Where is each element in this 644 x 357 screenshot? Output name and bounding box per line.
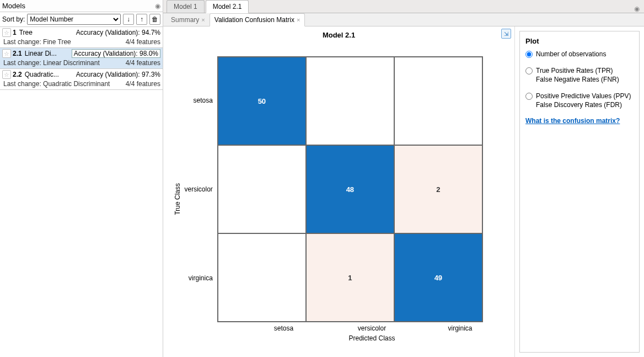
sort-select[interactable]: Model Number: [27, 14, 121, 25]
model-item[interactable]: ☆1TreeAccuracy (Validation): 94.7%Last c…: [0, 27, 163, 48]
col-labels: setosaversicolorvirginica: [240, 324, 505, 332]
models-panel: Models ◉ Sort by: Model Number ↓ ↑ 🗑 ☆1T…: [0, 0, 163, 357]
model-tab[interactable]: Model 2.1: [206, 0, 249, 13]
models-header: Models ◉: [0, 0, 163, 12]
model-last-change: Last change: Fine Tree: [3, 38, 71, 46]
panel-menu-icon[interactable]: ◉: [155, 2, 160, 10]
row-label: versicolor: [185, 145, 214, 233]
col-label: virginica: [416, 324, 505, 332]
model-features: 4/4 features: [126, 80, 160, 88]
close-tab-icon[interactable]: ×: [201, 17, 205, 23]
favorite-star-icon[interactable]: ☆: [2, 70, 11, 79]
options-title: Plot: [525, 37, 634, 45]
main-panel: Model 1Model 2.1◉ Summary×Validation Con…: [163, 0, 644, 357]
matrix-cell: [394, 57, 482, 145]
col-label: versicolor: [328, 324, 416, 332]
model-name: Quadratic...: [25, 71, 59, 78]
sort-asc-button[interactable]: ↓: [123, 14, 134, 25]
row-label: virginica: [185, 234, 214, 322]
model-number: 2.1: [13, 50, 22, 57]
plot-option-radio[interactable]: Number of observations: [525, 50, 634, 58]
model-tab[interactable]: Model 1: [167, 0, 205, 13]
model-number: 2.2: [13, 71, 22, 78]
model-number: 1: [13, 29, 17, 36]
model-last-change: Last change: Quadratic Discriminant: [3, 80, 110, 88]
matrix-cell: 50: [218, 57, 306, 145]
model-accuracy: Accuracy (Validation): 98.0%: [72, 50, 160, 57]
plot-option-radio[interactable]: Positive Predictive Values (PPV)False Di…: [525, 92, 634, 109]
sort-label: Sort by:: [2, 15, 25, 23]
favorite-star-icon[interactable]: ☆: [2, 28, 11, 37]
favorite-star-icon[interactable]: ☆: [2, 49, 11, 58]
plot-title: Model 2.1: [163, 31, 514, 39]
matrix-cell: [218, 233, 306, 322]
model-item[interactable]: ☆2.1Linear Di...Accuracy (Validation): 9…: [0, 48, 163, 69]
sort-row: Sort by: Model Number ↓ ↑ 🗑: [0, 12, 163, 27]
plot-option-radio[interactable]: True Positive Rates (TPR)False Negative …: [525, 66, 634, 84]
model-features: 4/4 features: [126, 38, 160, 46]
model-features: 4/4 features: [126, 59, 160, 67]
model-tabstrip: Model 1Model 2.1◉: [163, 0, 644, 13]
radio-input[interactable]: [525, 93, 533, 100]
matrix-cell: [218, 145, 306, 233]
view-tabstrip: Summary×Validation Confusion Matrix×: [163, 13, 644, 26]
y-axis-label: True Class: [174, 183, 181, 215]
confusion-chart: True Class setosaversicolorvirginica 504…: [163, 41, 514, 357]
plot-options: Plot Number of observationsTrue Positive…: [519, 31, 640, 353]
confusion-matrix: 50482149: [217, 56, 483, 322]
plot-area: ⇲ Model 2.1 True Class setosaversicolorv…: [163, 26, 515, 357]
view-tab[interactable]: Validation Confusion Matrix×: [210, 13, 305, 26]
content-area: ⇲ Model 2.1 True Class setosaversicolorv…: [163, 26, 644, 357]
delete-button[interactable]: 🗑: [149, 14, 160, 25]
help-link[interactable]: What is the confusion matrix?: [525, 117, 620, 125]
col-label: setosa: [240, 324, 328, 332]
model-accuracy: Accuracy (Validation): 97.3%: [76, 71, 160, 78]
x-axis-label: Predicted Class: [240, 334, 505, 342]
row-label: setosa: [185, 56, 214, 145]
matrix-cell: [306, 57, 394, 145]
matrix-cell: 49: [394, 233, 482, 322]
model-name: Linear Di...: [25, 50, 57, 57]
panel-title: Models: [2, 2, 25, 10]
model-accuracy: Accuracy (Validation): 94.7%: [76, 29, 160, 36]
radio-input[interactable]: [525, 67, 533, 74]
model-name: Tree: [19, 29, 33, 36]
expand-plot-button[interactable]: ⇲: [501, 29, 511, 39]
model-last-change: Last change: Linear Discriminant: [3, 59, 100, 67]
view-tab[interactable]: Summary×: [167, 14, 210, 26]
matrix-cell: 48: [306, 145, 394, 233]
matrix-cell: 1: [306, 233, 394, 322]
matrix-cell: 2: [394, 145, 482, 233]
tabstrip-menu-icon[interactable]: ◉: [634, 5, 640, 13]
model-list: ☆1TreeAccuracy (Validation): 94.7%Last c…: [0, 27, 163, 90]
row-labels: setosaversicolorvirginica: [185, 56, 214, 322]
sort-desc-button[interactable]: ↑: [136, 14, 147, 25]
radio-input[interactable]: [525, 51, 533, 58]
model-item[interactable]: ☆2.2Quadratic...Accuracy (Validation): 9…: [0, 69, 163, 90]
close-tab-icon[interactable]: ×: [297, 17, 300, 23]
